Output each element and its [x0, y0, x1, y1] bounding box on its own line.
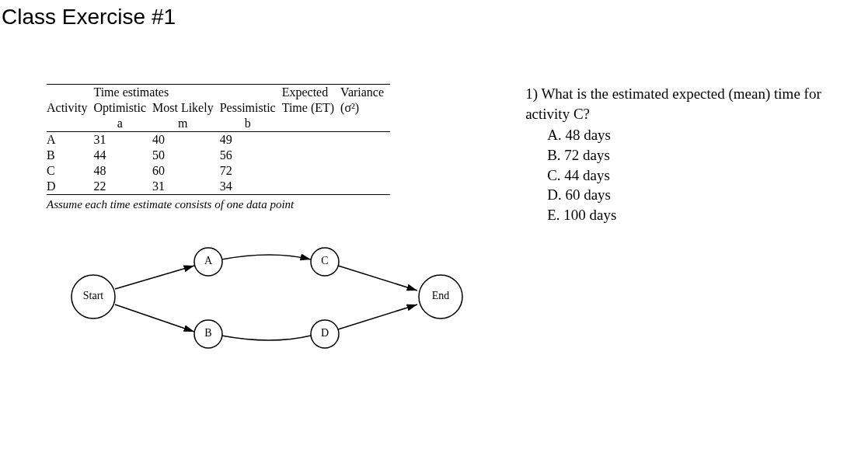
node-b: B [204, 327, 211, 339]
node-end: End [432, 290, 450, 301]
svg-line-0 [115, 266, 194, 289]
table-row: B 44 50 56 [47, 148, 390, 163]
cell-a: 44 [93, 148, 152, 163]
header-expected-1: Expected [282, 85, 340, 101]
cell-m: 40 [152, 132, 220, 148]
network-diagram: Start A B C D End [62, 235, 471, 359]
node-d: D [321, 327, 329, 339]
node-c: C [321, 255, 328, 266]
svg-line-3 [338, 305, 417, 329]
cell-a: 31 [93, 132, 152, 148]
cell-m: 31 [152, 179, 220, 195]
diagram-svg: Start A B C D End [62, 235, 466, 359]
option-b: B. 72 days [547, 145, 868, 165]
header-variance-2: (σ²) [340, 100, 390, 116]
option-d: D. 60 days [547, 185, 868, 205]
cell-activity: D [47, 179, 93, 195]
header-variance-1: Variance [340, 85, 390, 101]
cell-activity: A [47, 132, 93, 148]
question-text: 1) What is the estimated expected (mean)… [525, 84, 868, 124]
svg-line-2 [338, 266, 417, 291]
table-row: A 31 40 49 [47, 132, 390, 148]
cell-m: 50 [152, 148, 220, 163]
subheader-b: b [220, 116, 282, 132]
node-start: Start [83, 290, 104, 301]
table-group-header: Time estimates [93, 85, 281, 101]
right-column: 1) What is the estimated expected (mean)… [471, 84, 868, 359]
header-most-likely: Most Likely [152, 100, 220, 116]
header-activity: Activity [47, 100, 93, 116]
option-e: E. 100 days [547, 205, 868, 225]
table-row: D 22 31 34 [47, 179, 390, 195]
svg-line-1 [115, 305, 194, 332]
option-a: A. 48 days [547, 125, 868, 145]
header-pessimistic: Pessimistic [220, 100, 282, 116]
node-a: A [204, 255, 213, 266]
page-title: Class Exercise #1 [0, 0, 868, 30]
cell-activity: C [47, 163, 93, 179]
subheader-a: a [93, 116, 152, 132]
cell-activity: B [47, 148, 93, 163]
header-expected-2: Time (ET) [282, 100, 340, 116]
option-c: C. 44 days [547, 165, 868, 186]
content-area: Time estimates Expected Variance Activit… [0, 84, 868, 359]
cell-b: 34 [220, 179, 282, 195]
time-estimates-table: Time estimates Expected Variance Activit… [47, 84, 390, 195]
table-note: Assume each time estimate consists of on… [47, 198, 471, 211]
cell-b: 72 [220, 163, 282, 179]
left-column: Time estimates Expected Variance Activit… [47, 84, 471, 359]
cell-b: 56 [220, 148, 282, 163]
cell-a: 22 [93, 179, 152, 195]
header-optimistic: Optimistic [93, 100, 152, 116]
cell-a: 48 [93, 163, 152, 179]
cell-m: 60 [152, 163, 220, 179]
table-row: C 48 60 72 [47, 163, 390, 179]
cell-b: 49 [220, 132, 282, 148]
subheader-m: m [152, 116, 220, 132]
